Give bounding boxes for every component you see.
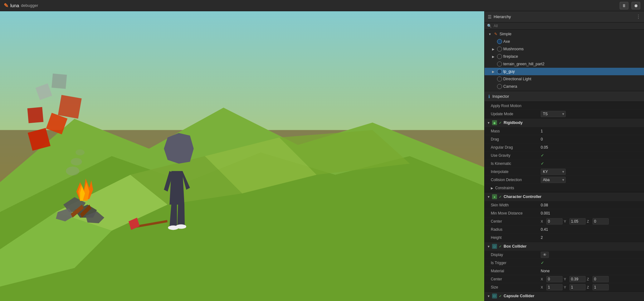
interpolate-value[interactable]: KY: [541, 169, 641, 175]
z-label: Z: [587, 277, 591, 281]
collision-detection-label: Collision Detection: [491, 178, 541, 182]
is-kinematic-row: Is Kinematic ✓: [485, 160, 644, 168]
cc-center-x[interactable]: [546, 218, 563, 225]
brand-name: luna: [10, 3, 19, 8]
bc-size-y[interactable]: [569, 284, 586, 290]
skin-width-val: 0.08: [541, 203, 548, 207]
box-collider-header[interactable]: ▼ □ ✓ Box Collider: [485, 242, 644, 251]
tree-label-mushrooms: Mushrooms: [503, 47, 524, 51]
tree-item-dirlight[interactable]: Directional Light: [485, 75, 644, 83]
update-mode-row: Update Mode TS: [485, 110, 644, 118]
viewport[interactable]: [0, 11, 484, 301]
tree-item-lpguy[interactable]: ▶ lp_guy: [485, 68, 644, 75]
bc-center-row: Center X Y Z: [485, 275, 644, 283]
bc-name: Box Collider: [504, 244, 527, 249]
x-label: X: [541, 277, 545, 281]
collision-detection-dropdown[interactable]: Aba: [541, 177, 566, 183]
tree-item-camera[interactable]: Camera: [485, 83, 644, 90]
min-move-distance-value: 0.001: [541, 211, 641, 215]
pencil-icon: ✎: [493, 32, 498, 37]
update-mode-dropdown[interactable]: TS: [541, 111, 566, 117]
update-mode-value[interactable]: TS: [541, 111, 641, 117]
inspector-title: Inspector: [492, 94, 509, 99]
angular-drag-val: 0.05: [541, 145, 548, 150]
bc-display-eye[interactable]: 👁: [541, 252, 549, 258]
hierarchy-header: ☰ Hierarchy ⋮: [485, 11, 644, 22]
cc-radius-row: Radius 0.41: [485, 225, 644, 234]
luna-logo-icon: ✎: [4, 2, 8, 9]
tree-item-axe[interactable]: Axe: [485, 38, 644, 45]
bc-center-z[interactable]: [593, 276, 609, 282]
bc-size-z[interactable]: [593, 284, 609, 290]
apply-root-motion-row: Apply Root Motion: [485, 102, 644, 110]
drag-value: 0: [541, 137, 641, 141]
y-label: Y: [564, 277, 568, 281]
mass-val: 1: [541, 129, 543, 133]
min-move-distance-val: 0.001: [541, 211, 550, 215]
x-label: X: [541, 285, 545, 289]
svg-marker-28: [164, 133, 194, 164]
min-move-distance-label: Min Move Distance: [491, 211, 541, 215]
tree-item-terrain[interactable]: terrain_green_hill_part2: [485, 60, 644, 68]
cc-radius-label: Radius: [491, 227, 541, 232]
node-icon-terrain: [497, 62, 502, 67]
cc-radius-value: 0.41: [541, 227, 641, 232]
interpolate-row: Interpolate KY: [485, 168, 644, 176]
bc-center-label: Center: [491, 277, 541, 281]
rigidbody-header[interactable]: ▼ ◆ ✓ Rigidbody: [485, 118, 644, 127]
debugger-label: debugger: [21, 3, 38, 8]
character-controller-header[interactable]: ▼ ● ✓ Character Controller: [485, 192, 644, 201]
y-label: Y: [564, 285, 568, 289]
bc-trigger-label: Is Trigger: [491, 261, 541, 265]
skin-width-value: 0.08: [541, 203, 641, 207]
cc-height-value: 2: [541, 235, 641, 240]
cc-name: Character Controller: [504, 195, 542, 199]
record-button[interactable]: ⏺: [632, 2, 640, 9]
node-icon-fireplace: [497, 54, 502, 59]
cc-height-val: 2: [541, 235, 543, 240]
use-gravity-value: ✓: [541, 153, 641, 158]
pause-button[interactable]: ⏸: [620, 2, 628, 9]
cap-name: Capsule Collider: [504, 294, 534, 298]
bc-trigger-row: Is Trigger ✓: [485, 259, 644, 267]
cap-arrow: ▼: [487, 294, 490, 298]
luna-logo: ✎ luna debugger: [4, 2, 38, 9]
capsule-collider-header[interactable]: ▼ ⬭ ✓ Capsule Collider: [485, 292, 644, 300]
bc-center-y[interactable]: [569, 276, 586, 282]
mass-label: Mass: [491, 129, 541, 133]
use-gravity-label: Use Gravity: [491, 153, 541, 158]
bc-material-value: None: [541, 269, 641, 273]
constraints-row[interactable]: ▶ Constraints: [485, 184, 644, 192]
hierarchy-title: Hierarchy: [494, 14, 634, 19]
bc-display-value[interactable]: 👁: [541, 252, 641, 258]
is-kinematic-label: Is Kinematic: [491, 161, 541, 166]
svg-point-18: [66, 166, 79, 175]
svg-marker-32: [177, 204, 185, 227]
tree-label-lpguy: lp_guy: [503, 69, 515, 74]
bc-size-row: Size X Y Z: [485, 283, 644, 291]
top-props-section: Apply Root Motion Update Mode TS: [485, 102, 644, 118]
cc-center-value: X Y Z: [541, 218, 641, 225]
bc-size-x[interactable]: [546, 284, 563, 290]
cc-center-y[interactable]: [569, 218, 586, 225]
tree-label-axe: Axe: [503, 39, 510, 44]
tree-item-simple[interactable]: ▼ ✎ Simple: [485, 30, 644, 38]
hierarchy-panel: ☰ Hierarchy ⋮ 🔍 ▼ ✎ Simple Axe: [485, 11, 644, 91]
tree-label-simple: Simple: [500, 32, 511, 36]
cc-center-z[interactable]: [593, 218, 609, 225]
bc-center-x[interactable]: [546, 276, 563, 282]
tree-item-fireplace[interactable]: ▶ fireplace: [485, 53, 644, 60]
collision-detection-value[interactable]: Aba: [541, 177, 641, 183]
cc-height-label: Height: [491, 235, 541, 240]
bc-icon: □: [492, 244, 497, 249]
use-gravity-check: ✓: [541, 153, 544, 158]
apply-root-motion-label: Apply Root Motion: [491, 104, 541, 108]
interpolate-dropdown[interactable]: KY: [541, 169, 566, 175]
tree-label-dirlight: Directional Light: [503, 77, 531, 81]
search-input[interactable]: [494, 24, 642, 28]
hierarchy-options-icon[interactable]: ⋮: [636, 14, 641, 20]
bc-trigger-value: ✓: [541, 260, 641, 265]
update-mode-label: Update Mode: [491, 112, 541, 116]
tree-item-mushrooms[interactable]: ▶ Mushrooms: [485, 45, 644, 53]
main-layout: ☰ Hierarchy ⋮ 🔍 ▼ ✎ Simple Axe: [0, 11, 644, 301]
